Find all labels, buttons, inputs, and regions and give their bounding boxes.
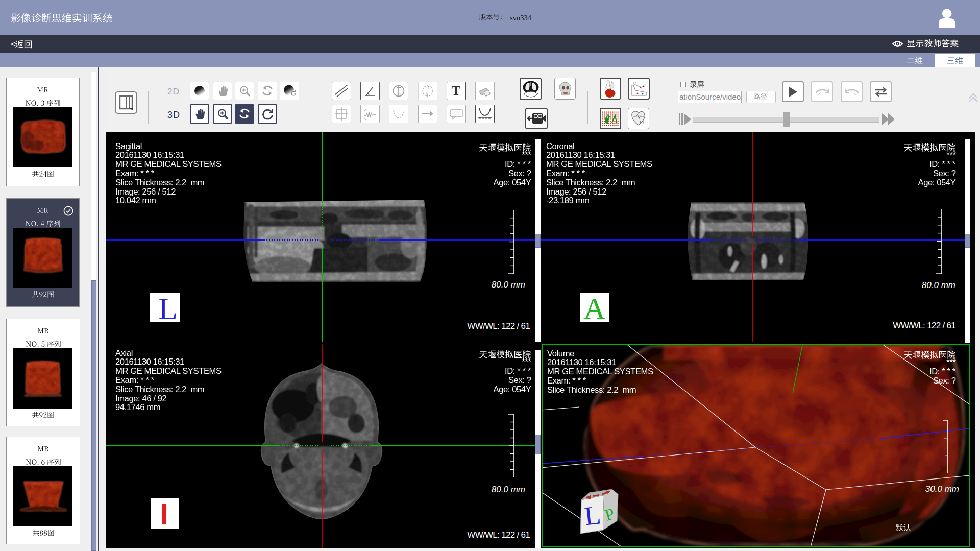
svg-text:D: D — [640, 119, 644, 125]
svg-text:L: L — [583, 500, 602, 531]
